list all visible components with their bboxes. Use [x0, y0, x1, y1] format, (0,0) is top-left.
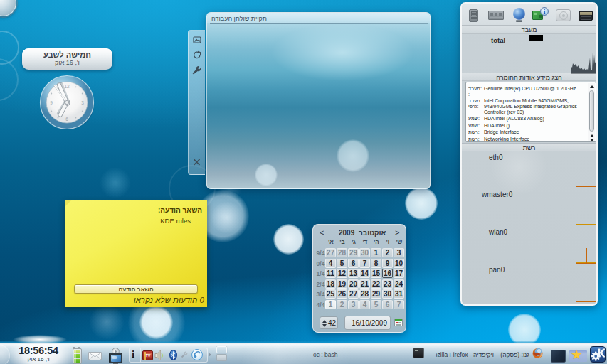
svg-text:3: 3 — [81, 100, 84, 105]
svg-text:12: 12 — [64, 84, 70, 89]
svg-text:6: 6 — [65, 117, 68, 122]
svg-text:9: 9 — [50, 100, 53, 105]
